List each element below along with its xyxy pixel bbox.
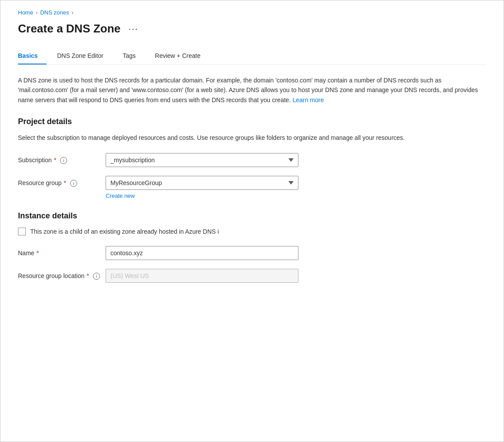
- resource-group-label: Resource group: [18, 179, 62, 186]
- resource-group-location-label-col: Resource group location * i: [18, 269, 106, 280]
- tab-tags[interactable]: Tags: [123, 48, 145, 64]
- tab-dns-zone-editor[interactable]: DNS Zone Editor: [57, 48, 112, 64]
- subscription-required: *: [52, 157, 56, 164]
- resource-group-location-control-col: (US) West US: [106, 269, 298, 283]
- subscription-select[interactable]: _mysubscription: [106, 153, 298, 167]
- resource-group-location-required: *: [85, 272, 89, 279]
- project-details-subtitle: Select the subscription to manage deploy…: [18, 133, 478, 143]
- child-zone-label-text: This zone is a child of an existing zone…: [30, 228, 216, 235]
- breadcrumb-home[interactable]: Home: [18, 9, 33, 16]
- breadcrumb-sep-1: ›: [36, 10, 38, 16]
- tab-bar: Basics DNS Zone Editor Tags Review + Cre…: [18, 48, 486, 65]
- page-title: Create a DNS Zone: [18, 22, 121, 36]
- project-details-heading: Project details: [18, 117, 486, 126]
- learn-more-link[interactable]: Learn more: [292, 96, 324, 103]
- child-zone-info-icon[interactable]: i: [217, 228, 219, 235]
- subscription-label-col: Subscription * i: [18, 153, 106, 164]
- resource-group-location-select: (US) West US: [106, 269, 298, 283]
- name-label-col: Name *: [18, 246, 106, 257]
- page-title-row: Create a DNS Zone ···: [18, 22, 486, 36]
- child-zone-checkbox[interactable]: [18, 228, 26, 235]
- resource-group-select[interactable]: MyResourceGroup: [106, 176, 298, 190]
- name-required: *: [35, 250, 39, 257]
- project-details-section: Project details Select the subscription …: [18, 117, 486, 199]
- resource-group-required: *: [62, 179, 66, 186]
- name-input[interactable]: [106, 246, 298, 260]
- instance-details-heading: Instance details: [18, 211, 486, 221]
- create-new-resource-group-link[interactable]: Create new: [106, 192, 135, 199]
- resource-group-control-col: MyResourceGroup Create new: [106, 176, 298, 199]
- resource-group-location-select-wrapper: (US) West US: [106, 269, 298, 283]
- resource-group-location-label: Resource group location: [18, 272, 85, 279]
- resource-group-location-info-icon[interactable]: i: [93, 273, 100, 280]
- name-label: Name: [18, 250, 34, 257]
- resource-group-select-wrapper: MyResourceGroup: [106, 176, 298, 190]
- subscription-select-wrapper: _mysubscription: [106, 153, 298, 167]
- child-zone-checkbox-row: This zone is a child of an existing zone…: [18, 228, 486, 235]
- subscription-info-icon[interactable]: i: [60, 157, 67, 164]
- resource-group-info-icon[interactable]: i: [70, 180, 77, 187]
- breadcrumb-sep-2: ›: [71, 10, 73, 16]
- name-row: Name *: [18, 246, 486, 260]
- description-text: A DNS zone is used to host the DNS recor…: [18, 75, 478, 105]
- name-control-col: [106, 246, 298, 260]
- subscription-control-col: _mysubscription: [106, 153, 298, 167]
- subscription-row: Subscription * i _mysubscription: [18, 153, 486, 167]
- resource-group-location-row: Resource group location * i (US) West US: [18, 269, 486, 283]
- tab-review-create[interactable]: Review + Create: [155, 48, 209, 64]
- tab-basics[interactable]: Basics: [18, 48, 46, 64]
- breadcrumb: Home › DNS zones ›: [18, 9, 486, 16]
- child-zone-label: This zone is a child of an existing zone…: [30, 228, 219, 235]
- resource-group-label-col: Resource group * i: [18, 176, 106, 187]
- subscription-label: Subscription: [18, 157, 52, 164]
- instance-details-section: Instance details This zone is a child of…: [18, 211, 486, 283]
- ellipsis-menu-button[interactable]: ···: [126, 23, 141, 35]
- description-body: A DNS zone is used to host the DNS recor…: [18, 77, 478, 103]
- breadcrumb-dns-zones[interactable]: DNS zones: [40, 9, 69, 16]
- resource-group-row: Resource group * i MyResourceGroup Creat…: [18, 176, 486, 199]
